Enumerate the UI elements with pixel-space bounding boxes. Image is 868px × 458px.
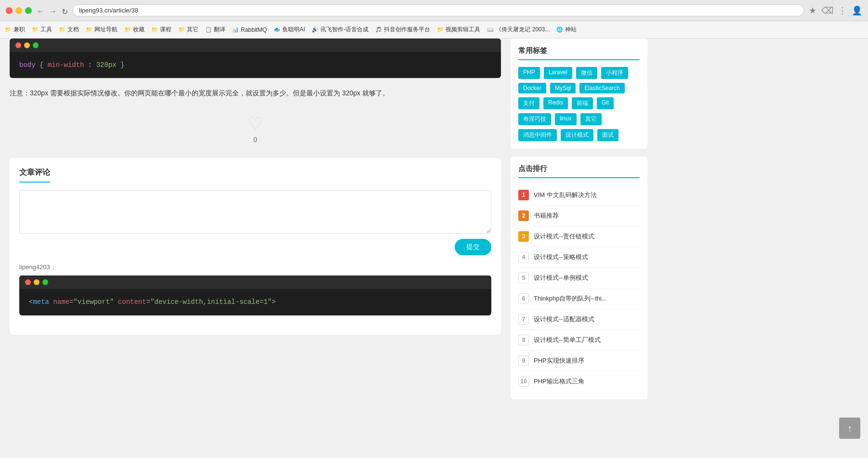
rank-item[interactable]: 3设计模式--责任链模式 — [518, 226, 640, 247]
browser-controls — [6, 7, 32, 14]
code-plain-1: { — [39, 61, 48, 69]
tag-item[interactable]: Laravel — [544, 67, 572, 79]
tag-item[interactable]: 前端 — [572, 97, 593, 109]
bookmark-icon: 🎵 — [375, 26, 382, 33]
submit-button[interactable]: 提交 — [455, 239, 491, 255]
code-attr-name-2: content — [118, 298, 146, 306]
bookmark-item[interactable]: 📁文档 — [59, 26, 79, 34]
bookmark-icon: 📁 — [32, 26, 39, 33]
tag-item[interactable]: Git — [597, 97, 614, 109]
tag-item[interactable]: 小程序 — [601, 67, 628, 79]
bookmark-item[interactable]: 📁课程 — [151, 26, 171, 34]
bookmark-item[interactable]: 🐟鱼聪明AI — [274, 26, 305, 34]
comment-item-1: lipeng4203： <meta name="viewport" conten… — [19, 263, 491, 315]
maximize-btn[interactable] — [25, 7, 32, 14]
bookmark-item[interactable]: 📖《倚天屠龙记 2003... — [487, 26, 550, 34]
close-btn[interactable] — [6, 7, 13, 14]
extensions-btn[interactable]: ⌫ — [821, 5, 833, 16]
ranking-title: 点击排行 — [518, 164, 640, 178]
tag-item[interactable]: 微信 — [576, 67, 597, 79]
comment-section: 文章评论 提交 lipeng4203： <meta name="viewport — [10, 158, 501, 334]
rank-number: 4 — [518, 252, 529, 262]
bookmark-label: 文档 — [67, 26, 79, 34]
rank-title: VIM 中文乱码解决方法 — [534, 191, 640, 199]
sidebar: 常用标签 PHPLaravel微信小程序DockerMySqlElasticSe… — [511, 39, 655, 417]
code-block-1-body: body { min-width : 320px } — [10, 52, 501, 78]
browser-bar: ← → ↻ lipeng93.cn/article/38 ★ ⌫ ⋮ 👤 — [0, 0, 868, 21]
tag-item[interactable]: 其它 — [580, 113, 602, 125]
rank-item[interactable]: 10PHP输出格式三角 — [518, 371, 640, 392]
bookmark-label: 讯飞智作-语音合成 — [320, 26, 368, 34]
tag-item[interactable]: Docker — [518, 83, 546, 93]
tag-item[interactable]: ElasticSearch — [579, 83, 624, 93]
bookmark-item[interactable]: 📁网址导航 — [86, 26, 118, 34]
bookmark-item[interactable]: 📁视频剪辑工具 — [437, 26, 480, 34]
bookmark-label: 翻译 — [214, 26, 225, 34]
bookmark-icon: 📁 — [124, 26, 131, 33]
rank-item[interactable]: 9PHP实现快速排序 — [518, 351, 640, 371]
tag-item[interactable]: 支付 — [518, 97, 539, 109]
rank-number: 7 — [518, 314, 529, 325]
bookmark-item[interactable]: 🌐神站 — [556, 26, 577, 34]
bookmark-icon: 📁 — [86, 26, 92, 33]
code-eq-2: = — [146, 298, 150, 306]
dot-yellow-1 — [24, 42, 30, 48]
bookmark-item[interactable]: 📁兼职 — [5, 26, 25, 34]
rank-number: 10 — [518, 376, 529, 387]
rank-item[interactable]: 6Thinkphp自带的队列--thi... — [518, 288, 640, 309]
bookmark-icon: 📁 — [437, 26, 444, 33]
tag-item[interactable]: 消息中间件 — [518, 129, 557, 141]
bookmark-label: 抖音创作服务平台 — [384, 26, 430, 34]
bookmark-item[interactable]: 📊RabbitMQ — [232, 26, 267, 33]
rank-item[interactable]: 7设计模式--适配器模式 — [518, 309, 640, 330]
rank-item[interactable]: 2书籍推荐 — [518, 206, 640, 226]
bookmark-star[interactable]: ★ — [809, 5, 816, 16]
page-wrapper: body { min-width : 320px } 注意：320px 需要根据… — [0, 39, 868, 417]
profile-btn[interactable]: 👤 — [852, 5, 862, 16]
tag-item[interactable]: 设计模式 — [561, 129, 593, 141]
dot-yellow-2 — [34, 279, 39, 285]
rank-item[interactable]: 8设计模式--简单工厂模式 — [518, 330, 640, 351]
minimize-btn[interactable] — [15, 7, 22, 14]
code-block-2-header — [19, 275, 491, 289]
tag-item[interactable]: MySql — [550, 83, 576, 93]
rank-item[interactable]: 4设计模式--策略模式 — [518, 247, 640, 268]
comment-textarea[interactable] — [19, 190, 491, 234]
code-tag-meta: meta — [33, 298, 49, 306]
bookmark-item[interactable]: 🔊讯飞智作-语音合成 — [312, 26, 368, 34]
tag-item[interactable]: Redis — [543, 97, 568, 109]
tags-title: 常用标签 — [518, 46, 640, 60]
tags-container: PHPLaravel微信小程序DockerMySqlElasticSearch支… — [518, 67, 640, 141]
rank-item[interactable]: 5设计模式--单例模式 — [518, 268, 640, 288]
forward-btn[interactable]: → — [49, 7, 57, 14]
url-bar[interactable]: lipeng93.cn/article/38 — [73, 4, 804, 16]
bookmark-item[interactable]: 🎵抖音创作服务平台 — [375, 26, 430, 34]
rank-title: 设计模式--责任链模式 — [534, 232, 640, 241]
bookmark-item[interactable]: 📁工具 — [32, 26, 52, 34]
bookmark-item[interactable]: 📁收藏 — [124, 26, 145, 34]
tag-item[interactable]: 奇淫巧技 — [518, 113, 551, 125]
tag-item[interactable]: 面试 — [597, 129, 618, 141]
rank-title: 设计模式--单例模式 — [534, 274, 640, 282]
bookmark-icon: 📁 — [151, 26, 158, 33]
comment-author-1: lipeng4203： — [19, 263, 491, 272]
code-attr-val-2: "device-width,initial-scale=1" — [150, 298, 272, 306]
dot-green-2 — [42, 279, 48, 285]
back-btn[interactable]: ← — [37, 7, 44, 14]
bookmark-item[interactable]: 📋翻译 — [205, 26, 225, 34]
bookmark-icon: 🌐 — [556, 26, 563, 33]
bookmark-label: RabbitMQ — [241, 26, 267, 33]
bookmark-label: 其它 — [187, 26, 198, 34]
bookmark-label: 网址导航 — [94, 26, 118, 34]
tag-item[interactable]: PHP — [518, 67, 540, 79]
heart-icon[interactable]: ♡ — [248, 114, 263, 134]
tag-item[interactable]: linux — [555, 113, 577, 125]
rank-title: 书籍推荐 — [534, 211, 640, 220]
menu-btn[interactable]: ⋮ — [838, 5, 847, 16]
rank-item[interactable]: 1VIM 中文乱码解决方法 — [518, 185, 640, 206]
bookmark-item[interactable]: 📁其它 — [178, 26, 198, 34]
rank-title: PHP输出格式三角 — [534, 377, 640, 386]
bookmark-label: 收藏 — [133, 26, 145, 34]
ranking-section: 点击排行 1VIM 中文乱码解决方法2书籍推荐3设计模式--责任链模式4设计模式… — [511, 157, 647, 399]
reload-btn[interactable]: ↻ — [62, 7, 68, 14]
